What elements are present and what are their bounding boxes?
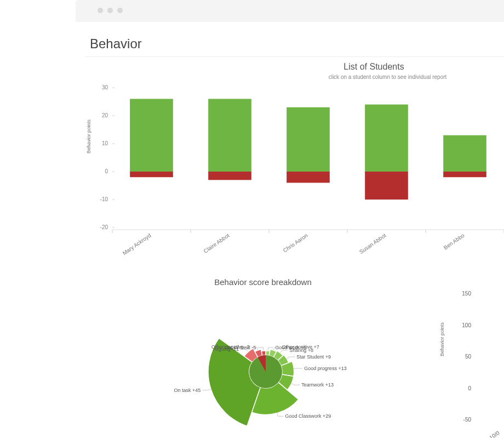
svg-text:20: 20 bbox=[102, 112, 108, 118]
bar-chart[interactable]: -20-100102030Mary AckroydClaire AbbotChr… bbox=[85, 82, 504, 258]
pie-chart-title: Behavior score breakdown bbox=[192, 277, 334, 287]
svg-line-25 bbox=[268, 348, 268, 351]
window-controls bbox=[98, 8, 123, 13]
pie-label: Star Student +9 bbox=[296, 354, 331, 360]
svg-line-45 bbox=[263, 348, 264, 351]
bar-negative[interactable] bbox=[130, 172, 173, 177]
pie-label: Sharing +8 bbox=[289, 348, 313, 353]
maximize-icon[interactable] bbox=[117, 8, 123, 13]
pie-label: Good Classwork +29 bbox=[285, 413, 331, 419]
pie-label: On task +45 bbox=[174, 388, 201, 393]
x-tick-label: Chris Aaron bbox=[282, 232, 309, 254]
svg-text:-20: -20 bbox=[100, 224, 108, 230]
bar-positive[interactable] bbox=[208, 99, 251, 172]
right-chart-partial: Behavior points -5005010015010/0 bbox=[455, 285, 504, 433]
y-axis-label: Behavior points bbox=[86, 120, 91, 153]
page-title: Behavior bbox=[90, 36, 142, 52]
pie-label: Out Of Seat -5 bbox=[224, 345, 256, 350]
x-tick-label: Ben Abbo bbox=[443, 232, 466, 251]
bar-negative[interactable] bbox=[443, 172, 486, 177]
bar-negative[interactable] bbox=[365, 172, 408, 200]
svg-text:-10: -10 bbox=[100, 196, 108, 202]
svg-line-27 bbox=[273, 347, 274, 350]
right-y-tick: 100 bbox=[462, 322, 471, 328]
svg-text:10: 10 bbox=[102, 140, 108, 146]
x-tick-label: Claire Abbot bbox=[203, 232, 231, 254]
pie-slice[interactable] bbox=[261, 351, 266, 356]
bar-chart-header: List of Students click on a student colu… bbox=[85, 62, 504, 80]
x-tick-label: Susan Abbot bbox=[358, 232, 387, 255]
pie-label: Teamwork +13 bbox=[301, 382, 334, 388]
bar-negative[interactable] bbox=[287, 172, 330, 183]
right-x-tick-label: 10/0 bbox=[488, 430, 500, 438]
bar-chart-subtitle: click on a student column to see individ… bbox=[85, 74, 504, 80]
svg-text:30: 30 bbox=[102, 84, 108, 90]
minimize-icon[interactable] bbox=[107, 8, 113, 13]
right-y-tick: 0 bbox=[468, 385, 471, 391]
bar-positive[interactable] bbox=[287, 107, 330, 172]
svg-line-31 bbox=[287, 357, 289, 359]
right-y-axis-label: Behavior points bbox=[439, 322, 445, 356]
bar-positive[interactable] bbox=[365, 105, 408, 172]
bar-negative[interactable] bbox=[208, 172, 251, 180]
pie-chart[interactable]: Good work +5Other positive +7Sharing +8S… bbox=[164, 289, 367, 438]
svg-line-37 bbox=[277, 413, 278, 417]
right-y-tick: -50 bbox=[463, 417, 471, 423]
svg-line-35 bbox=[291, 384, 294, 385]
svg-line-33 bbox=[294, 368, 297, 369]
right-y-tick: 50 bbox=[465, 354, 471, 360]
right-y-tick: 150 bbox=[462, 291, 471, 297]
pie-label: Good progress +13 bbox=[304, 366, 346, 371]
divider bbox=[85, 56, 504, 57]
bar-positive[interactable] bbox=[443, 135, 486, 172]
close-icon[interactable] bbox=[98, 8, 103, 13]
bar-chart-title: List of Students bbox=[85, 62, 504, 72]
svg-line-29 bbox=[280, 350, 283, 353]
svg-line-39 bbox=[208, 389, 211, 390]
window-titlebar bbox=[76, 0, 504, 22]
x-tick-label: Mary Ackroyd bbox=[122, 232, 152, 257]
svg-line-43 bbox=[257, 347, 258, 350]
bar-positive[interactable] bbox=[130, 99, 173, 172]
svg-text:0: 0 bbox=[105, 168, 108, 174]
